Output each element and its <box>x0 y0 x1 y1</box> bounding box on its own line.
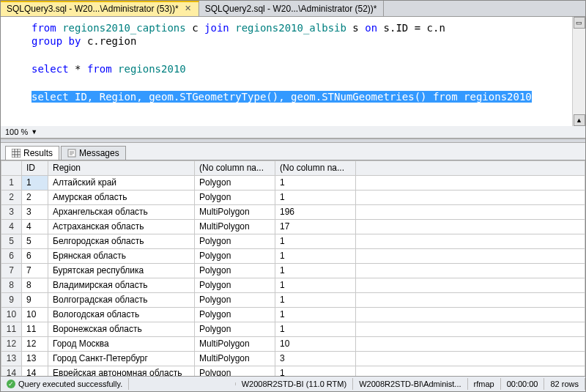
close-icon[interactable]: ✕ <box>183 4 193 13</box>
row-number[interactable]: 7 <box>1 263 22 278</box>
cell-numgeom[interactable]: 1 <box>275 234 356 248</box>
cell-numgeom[interactable]: 1 <box>275 278 356 292</box>
cell-numgeom[interactable]: 196 <box>275 204 356 219</box>
row-number[interactable]: 1 <box>1 175 22 190</box>
cell-id[interactable]: 11 <box>22 322 48 336</box>
tab-messages[interactable]: Messages <box>61 146 126 160</box>
table-row[interactable]: 99Волгоградская областьPolygon1 <box>1 292 585 307</box>
row-number[interactable]: 4 <box>1 219 22 234</box>
cell-region[interactable]: Брянская область <box>48 248 195 263</box>
cell-id[interactable]: 6 <box>22 248 48 263</box>
table-row[interactable]: 1010Вологодская областьPolygon1 <box>1 307 585 322</box>
cell-numgeom[interactable]: 1 <box>275 175 356 190</box>
row-number[interactable]: 12 <box>1 336 22 351</box>
cell-geomtype[interactable]: Polygon <box>195 366 275 375</box>
cell-geomtype[interactable]: Polygon <box>195 322 275 336</box>
cell-numgeom[interactable]: 1 <box>275 322 356 336</box>
cell-numgeom[interactable]: 1 <box>275 292 356 307</box>
row-number[interactable]: 14 <box>1 366 22 375</box>
cell-geomtype[interactable]: Polygon <box>195 248 275 263</box>
cell-id[interactable]: 5 <box>22 234 48 248</box>
cell-region[interactable]: Воронежская область <box>48 322 195 336</box>
cell-region[interactable]: Волгоградская область <box>48 292 195 307</box>
table-row[interactable]: 22Амурская областьPolygon1 <box>1 190 585 204</box>
row-number[interactable]: 13 <box>1 351 22 366</box>
cell-region[interactable]: Бурятская республика <box>48 263 195 278</box>
cell-region[interactable]: Астраханская область <box>48 219 195 234</box>
chevron-down-icon[interactable]: ▼ <box>31 128 37 136</box>
cell-id[interactable]: 9 <box>22 292 48 307</box>
cell-id[interactable]: 14 <box>22 366 48 375</box>
scroll-up-icon[interactable]: ▲ <box>574 114 585 126</box>
cell-geomtype[interactable]: Polygon <box>195 234 275 248</box>
cell-geomtype[interactable]: Polygon <box>195 190 275 204</box>
cell-numgeom[interactable]: 1 <box>275 248 356 263</box>
cell-numgeom[interactable]: 10 <box>275 336 356 351</box>
table-row[interactable]: 55Белгородская областьPolygon1 <box>1 234 585 248</box>
cell-geomtype[interactable]: Polygon <box>195 175 275 190</box>
tab-sqlquery3[interactable]: SQLQuery3.sql - W20...\Administrator (53… <box>1 1 199 16</box>
tab-sqlquery2[interactable]: SQLQuery2.sql - W20...\Administrator (52… <box>199 1 384 16</box>
cell-geomtype[interactable]: MultiPolygon <box>195 204 275 219</box>
cell-geomtype[interactable]: MultiPolygon <box>195 351 275 366</box>
cell-id[interactable]: 3 <box>22 204 48 219</box>
table-row[interactable]: 1111Воронежская областьPolygon1 <box>1 322 585 336</box>
cell-geomtype[interactable]: MultiPolygon <box>195 219 275 234</box>
cell-id[interactable]: 12 <box>22 336 48 351</box>
col-geomtype[interactable]: (No column na... <box>195 160 275 175</box>
table-row[interactable]: 1212Город МоскваMultiPolygon10 <box>1 336 585 351</box>
table-row[interactable]: 44Астраханская областьMultiPolygon17 <box>1 219 585 234</box>
cell-numgeom[interactable]: 1 <box>275 190 356 204</box>
table-row[interactable]: 77Бурятская республикаPolygon1 <box>1 263 585 278</box>
cell-region[interactable]: Белгородская область <box>48 234 195 248</box>
table-row[interactable]: 1414Еврейская автономная областьPolygon1 <box>1 366 585 375</box>
cell-id[interactable]: 2 <box>22 190 48 204</box>
row-number[interactable]: 11 <box>1 322 22 336</box>
col-rownum[interactable] <box>1 160 22 175</box>
cell-region[interactable]: Город Санкт-Петербург <box>48 351 195 366</box>
cell-id[interactable]: 13 <box>22 351 48 366</box>
cell-numgeom[interactable]: 17 <box>275 219 356 234</box>
row-number[interactable]: 9 <box>1 292 22 307</box>
table-row[interactable]: 88Владимирская областьPolygon1 <box>1 278 585 292</box>
col-region[interactable]: Region <box>48 160 195 175</box>
cell-id[interactable]: 7 <box>22 263 48 278</box>
table-row[interactable]: 1313Город Санкт-ПетербургMultiPolygon3 <box>1 351 585 366</box>
cell-region[interactable]: Еврейская автономная область <box>48 366 195 375</box>
cell-numgeom[interactable]: 3 <box>275 351 356 366</box>
vertical-scrollbar[interactable]: ▭ ▲ <box>572 17 585 126</box>
tab-results[interactable]: Results <box>5 146 59 160</box>
cell-geomtype[interactable]: MultiPolygon <box>195 336 275 351</box>
table-row[interactable]: 11Алтайский крайPolygon1 <box>1 175 585 190</box>
table-row[interactable]: 33Архангельская областьMultiPolygon196 <box>1 204 585 219</box>
split-icon[interactable]: ▭ <box>574 17 585 29</box>
sql-editor[interactable]: from regions2010_captions c join regions… <box>1 17 585 126</box>
col-id[interactable]: ID <box>22 160 48 175</box>
cell-region[interactable]: Город Москва <box>48 336 195 351</box>
cell-id[interactable]: 4 <box>22 219 48 234</box>
cell-geomtype[interactable]: Polygon <box>195 263 275 278</box>
row-number[interactable]: 3 <box>1 204 22 219</box>
cell-id[interactable]: 1 <box>22 175 48 190</box>
cell-numgeom[interactable]: 1 <box>275 263 356 278</box>
cell-numgeom[interactable]: 1 <box>275 366 356 375</box>
row-number[interactable]: 10 <box>1 307 22 322</box>
row-number[interactable]: 2 <box>1 190 22 204</box>
row-number[interactable]: 8 <box>1 278 22 292</box>
table-row[interactable]: 66Брянская областьPolygon1 <box>1 248 585 263</box>
cell-geomtype[interactable]: Polygon <box>195 278 275 292</box>
results-grid-wrap[interactable]: ID Region (No column na... (No column na… <box>1 160 585 376</box>
cell-id[interactable]: 8 <box>22 278 48 292</box>
cell-region[interactable]: Архангельская область <box>48 204 195 219</box>
row-number[interactable]: 5 <box>1 234 22 248</box>
cell-geomtype[interactable]: Polygon <box>195 292 275 307</box>
col-numgeom[interactable]: (No column na... <box>275 160 356 175</box>
cell-numgeom[interactable]: 1 <box>275 307 356 322</box>
cell-region[interactable]: Амурская область <box>48 190 195 204</box>
cell-geomtype[interactable]: Polygon <box>195 307 275 322</box>
row-number[interactable]: 6 <box>1 248 22 263</box>
cell-id[interactable]: 10 <box>22 307 48 322</box>
cell-region[interactable]: Алтайский край <box>48 175 195 190</box>
cell-region[interactable]: Владимирская область <box>48 278 195 292</box>
cell-region[interactable]: Вологодская область <box>48 307 195 322</box>
